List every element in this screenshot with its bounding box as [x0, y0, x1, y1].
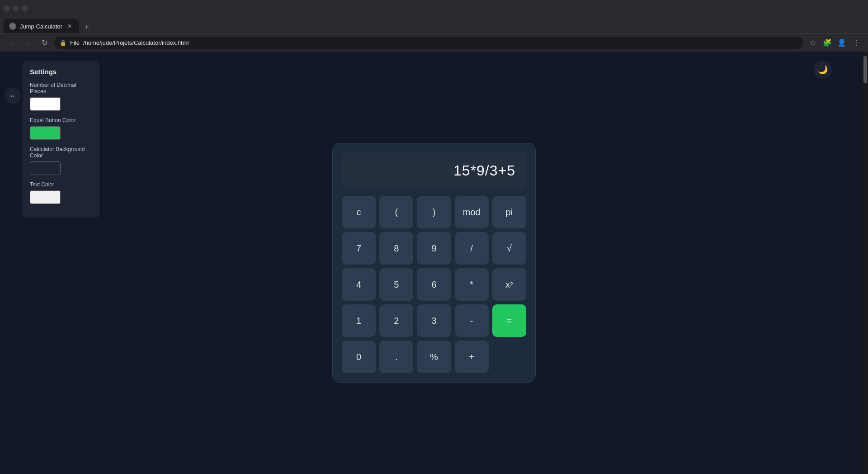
text-color-swatch-container — [30, 190, 92, 204]
btn-2[interactable]: 2 — [379, 304, 413, 337]
btn-9[interactable]: 9 — [417, 232, 451, 265]
window-controls — [4, 5, 28, 12]
scrollbar[interactable] — [863, 52, 868, 474]
btn-4[interactable]: 4 — [342, 268, 376, 301]
calc-buttons: c ( ) mod pi 7 8 9 / √ 4 5 6 * x2 1 2 3 … — [342, 196, 526, 373]
new-tab-button[interactable]: + — [80, 21, 93, 33]
btn-7[interactable]: 7 — [342, 232, 376, 265]
bg-color-swatch-container — [30, 161, 92, 175]
panel-toggle-icon: ↔ — [9, 92, 16, 100]
page-content: ↔ Settings Number of Decimal Places Equa… — [0, 52, 868, 474]
calc-display-text: 15*9/3+5 — [453, 162, 515, 179]
decimal-places-label: Number of Decimal Places — [30, 82, 92, 95]
tab-favicon — [9, 23, 16, 30]
btn-5[interactable]: 5 — [379, 268, 413, 301]
tab-title: Jump Calculator — [20, 23, 62, 30]
btn-close-paren[interactable]: ) — [417, 196, 451, 228]
nav-bar: ← → ↻ 🔒 File /home/jude/Projets/Calculat… — [0, 33, 868, 52]
moon-icon: 🌙 — [818, 65, 828, 75]
btn-mod[interactable]: mod — [455, 196, 489, 228]
btn-decimal[interactable]: . — [379, 341, 413, 373]
dark-mode-button[interactable]: 🌙 — [814, 61, 832, 79]
btn-divide[interactable]: / — [455, 232, 489, 265]
btn-0[interactable]: 0 — [342, 341, 376, 373]
text-color-picker[interactable] — [30, 190, 61, 204]
minimize-window-button[interactable] — [13, 5, 19, 12]
profile-button[interactable]: 👤 — [835, 37, 848, 49]
panel-toggle-button[interactable]: ↔ — [5, 88, 21, 104]
menu-button[interactable]: ⋮ — [850, 37, 863, 49]
btn-equals[interactable]: = — [492, 304, 526, 337]
tab-bar: Jump Calculator ✕ + — [0, 17, 868, 33]
decimal-places-swatch-container — [30, 97, 92, 111]
forward-button[interactable]: → — [22, 37, 34, 49]
bookmark-button[interactable]: ☆ — [807, 37, 819, 49]
calculator: 15*9/3+5 c ( ) mod pi 7 8 9 / √ 4 5 6 * … — [332, 143, 536, 383]
btn-add[interactable]: + — [455, 341, 489, 373]
decimal-places-input[interactable] — [30, 97, 61, 111]
btn-3[interactable]: 3 — [417, 304, 451, 337]
btn-subtract[interactable]: - — [455, 304, 489, 337]
maximize-window-button[interactable] — [22, 5, 28, 12]
back-button[interactable]: ← — [5, 37, 18, 49]
tab-close-button[interactable]: ✕ — [66, 23, 73, 30]
equal-color-swatch-container — [30, 126, 92, 140]
url-prefix: File — [70, 39, 80, 46]
equal-color-picker[interactable] — [30, 126, 61, 140]
calc-display: 15*9/3+5 — [342, 152, 526, 189]
settings-title: Settings — [30, 68, 92, 76]
extensions-button[interactable]: 🧩 — [821, 37, 834, 49]
btn-sqrt[interactable]: √ — [492, 232, 526, 265]
address-bar[interactable]: 🔒 File /home/jude/Projets/Calculator/ind… — [54, 37, 803, 49]
btn-open-paren[interactable]: ( — [379, 196, 413, 228]
nav-actions: ☆ 🧩 👤 ⋮ — [807, 37, 863, 49]
scrollbar-thumb[interactable] — [863, 56, 867, 83]
active-tab[interactable]: Jump Calculator ✕ — [4, 19, 79, 33]
reload-button[interactable]: ↻ — [38, 37, 51, 49]
btn-percent[interactable]: % — [417, 341, 451, 373]
lock-icon: 🔒 — [60, 40, 66, 46]
btn-1[interactable]: 1 — [342, 304, 376, 337]
browser-chrome: Jump Calculator ✕ + ← → ↻ 🔒 File /home/j… — [0, 0, 868, 52]
settings-panel: Settings Number of Decimal Places Equal … — [23, 61, 99, 218]
btn-pi[interactable]: pi — [492, 196, 526, 228]
btn-multiply[interactable]: * — [455, 268, 489, 301]
btn-6[interactable]: 6 — [417, 268, 451, 301]
btn-c[interactable]: c — [342, 196, 376, 228]
title-bar — [0, 0, 868, 17]
equal-color-label: Equal Button Color — [30, 117, 92, 123]
bg-color-label: Calculator Background Color — [30, 146, 92, 159]
text-color-label: Text Color — [30, 181, 92, 188]
btn-square[interactable]: x2 — [492, 268, 526, 301]
close-window-button[interactable] — [4, 5, 10, 12]
btn-8[interactable]: 8 — [379, 232, 413, 265]
bg-color-picker[interactable] — [30, 161, 61, 175]
url-text: /home/jude/Projets/Calculator/index.html — [83, 39, 189, 46]
